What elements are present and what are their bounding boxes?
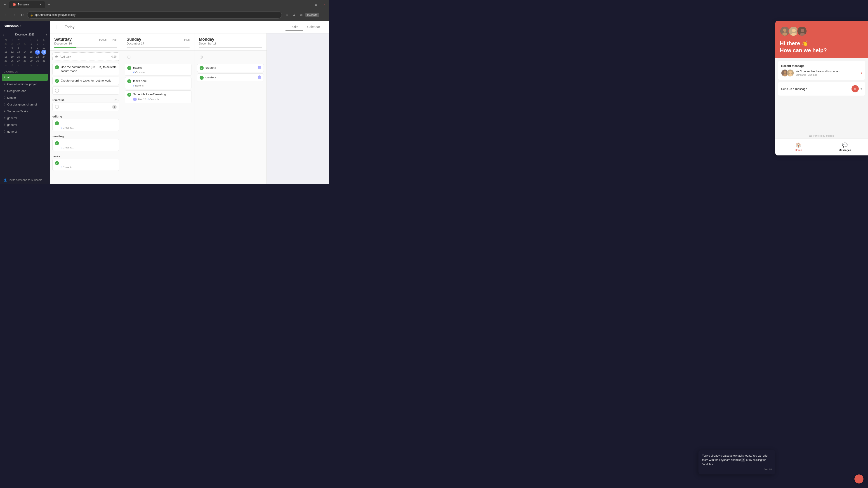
cal-day-12[interactable]: 12	[9, 50, 16, 55]
sidebar-header[interactable]: Sunsama ▾	[0, 21, 50, 31]
cal-day-6[interactable]: 6	[16, 46, 22, 50]
task-item-sat-1[interactable]: Use the command bar (Ctrl + K) to activa…	[53, 63, 119, 75]
cal-day-15[interactable]: 15	[28, 50, 34, 55]
task-item-sun-kickoff[interactable]: Schedule kickoff meeting Dec 20 # Cross-…	[125, 90, 191, 103]
cal-day-n1[interactable]: 1	[3, 63, 9, 67]
cal-day-18[interactable]: 18	[3, 55, 9, 59]
new-tab-btn[interactable]: +	[46, 1, 52, 8]
split-btn[interactable]: ⧉	[298, 12, 305, 18]
sidebar-item-cross-functional[interactable]: # Cross-functional projec...	[0, 80, 50, 88]
tab-tasks[interactable]: Tasks	[285, 23, 303, 31]
refresh-btn[interactable]: ↻	[19, 12, 25, 18]
cal-day-9[interactable]: 9	[34, 46, 41, 50]
add-task-row-saturday[interactable]: ⊕ Add task 0:55	[53, 53, 119, 61]
sidebar-item-general-3[interactable]: # general	[0, 128, 50, 135]
task-item-sat-2[interactable]: Create recurring tasks for routine work	[53, 76, 119, 85]
saturday-plan-btn[interactable]: Plan	[112, 38, 117, 41]
task-check-sat-2[interactable]	[55, 79, 59, 83]
cal-day-30[interactable]: 30	[22, 41, 28, 46]
collapse-sidebar-btn[interactable]: |←	[54, 23, 62, 31]
sidebar-item-middle[interactable]: # Middle	[0, 94, 50, 101]
sidebar-item-all[interactable]: # all	[2, 74, 48, 80]
cal-day-10[interactable]: 10	[41, 46, 47, 50]
cal-day-n5[interactable]: 5	[28, 63, 34, 67]
cal-next-btn[interactable]: ›	[46, 33, 47, 36]
forward-btn[interactable]: →	[11, 12, 17, 18]
task-item-tasks[interactable]: # Cross-fu...	[53, 159, 119, 171]
cal-day-8[interactable]: 8	[28, 46, 34, 50]
download-btn[interactable]: ⬇	[291, 12, 297, 18]
cal-day-28b[interactable]: 28	[22, 59, 28, 63]
task-check-meeting[interactable]	[55, 141, 59, 145]
cal-day-30b[interactable]: 30	[34, 59, 41, 63]
cal-day-26[interactable]: 26	[9, 59, 16, 63]
invite-footer[interactable]: 👤 Invite someone to Sunsama	[0, 176, 50, 184]
cal-day-16-today[interactable]: 16	[35, 50, 40, 55]
tab-calendar[interactable]: Calendar	[303, 23, 324, 31]
add-task-row-sunday[interactable]: ⊕	[125, 53, 191, 61]
cal-day-7[interactable]: 7	[22, 46, 28, 50]
saturday-focus-btn[interactable]: Focus	[99, 38, 107, 41]
task-check-sat-1[interactable]	[55, 65, 59, 69]
sidebar-item-our-designers[interactable]: # Our designers channel	[0, 101, 50, 108]
cal-day-20[interactable]: 20	[16, 55, 22, 59]
cal-day-21[interactable]: 21	[22, 55, 28, 59]
task-item-meeting[interactable]: # Cross-fu...	[53, 139, 119, 151]
window-close-btn[interactable]: ×	[321, 1, 327, 8]
cal-day-5[interactable]: 5	[9, 46, 16, 50]
bookmark-btn[interactable]: ☆	[284, 12, 290, 18]
task-check-sat-3[interactable]	[55, 89, 59, 93]
task-check-editing[interactable]	[55, 121, 59, 125]
sidebar-item-general-1[interactable]: # general	[0, 115, 50, 121]
task-check-sun-kickoff[interactable]	[127, 93, 131, 97]
task-check-mon-2[interactable]	[199, 76, 204, 80]
task-item-editing[interactable]: # Cross-fu...	[53, 119, 119, 131]
cal-day-n3[interactable]: 3	[16, 63, 22, 67]
sidebar-item-general-2[interactable]: # general	[0, 121, 50, 128]
cal-prev-btn[interactable]: ‹	[3, 33, 4, 36]
cal-day-23[interactable]: 23	[34, 55, 41, 59]
cal-day-27[interactable]: 27	[3, 41, 9, 46]
back-btn[interactable]: ←	[3, 12, 9, 18]
cal-day-n7[interactable]: 7	[41, 63, 47, 67]
cal-day-24[interactable]: 24	[41, 55, 47, 59]
task-item-sun-tasks-here[interactable]: tasks here # general	[125, 77, 191, 89]
sidebar-item-designers-one[interactable]: # Designers-one	[0, 88, 50, 94]
cal-day-27b[interactable]: 27	[16, 59, 22, 63]
task-check-sun-tasks-here[interactable]	[127, 79, 131, 84]
task-item-mon-2[interactable]: create a	[197, 73, 264, 82]
cal-day-n2[interactable]: 2	[9, 63, 16, 67]
window-maximize-btn[interactable]: ⧉	[313, 1, 319, 8]
cal-day-31[interactable]: 31	[41, 59, 47, 63]
task-check-exercise[interactable]	[55, 105, 59, 109]
cal-day-n4[interactable]: 4	[22, 63, 28, 67]
cal-day-13[interactable]: 13	[16, 50, 22, 55]
cal-day-3[interactable]: 3	[41, 41, 47, 46]
cal-day-1[interactable]: 1	[28, 41, 34, 46]
cal-day-29b[interactable]: 29	[28, 59, 34, 63]
active-tab[interactable]: S Sunsama ×	[9, 1, 45, 8]
sunday-plan-btn[interactable]: Plan	[184, 38, 190, 41]
task-check-mon-1[interactable]	[199, 66, 204, 70]
cal-day-n6[interactable]: 6	[34, 63, 41, 67]
tab-list-btn[interactable]: ⏷	[2, 1, 8, 8]
task-item-mon-1[interactable]: create a	[197, 64, 264, 72]
menu-btn[interactable]: ⋮	[320, 12, 327, 18]
cal-day-4[interactable]: 4	[3, 46, 9, 50]
tab-close-btn[interactable]: ×	[40, 3, 41, 6]
address-bar[interactable]: 🔒 app.sunsama.com/group/moodjoy	[27, 11, 282, 19]
cal-day-22[interactable]: 22	[28, 55, 34, 59]
cal-day-2[interactable]: 2	[34, 41, 41, 46]
task-item-exercise[interactable]: 1	[53, 103, 119, 111]
cal-day-25[interactable]: 25	[3, 59, 9, 63]
cal-day-17-selected[interactable]: 17	[41, 50, 46, 55]
sidebar-item-sunsama-tasks[interactable]: # Sunsama Tasks	[0, 108, 50, 115]
cal-day-19[interactable]: 19	[9, 55, 16, 59]
cal-day-29[interactable]: 29	[16, 41, 22, 46]
cal-day-11[interactable]: 11	[3, 50, 9, 55]
task-item-sat-3[interactable]	[53, 86, 119, 95]
task-check-tasks[interactable]	[55, 161, 59, 165]
window-minimize-btn[interactable]: —	[305, 1, 311, 8]
task-item-sun-travels[interactable]: travels # Cross-fu...	[125, 64, 191, 76]
task-check-sun-travels[interactable]	[127, 66, 131, 70]
